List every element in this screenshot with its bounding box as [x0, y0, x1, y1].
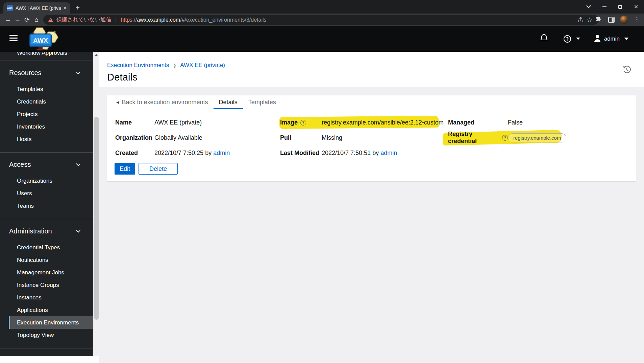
toolbar-right-icons: ⋮ — [594, 14, 641, 26]
browser-titlebar: AWX AWX | AWX EE (private) ✕ + ✕ — [0, 0, 644, 14]
chevron-down-icon — [76, 162, 80, 166]
nav-toggle-icon[interactable] — [9, 35, 18, 43]
scrollbar-thumb[interactable] — [94, 117, 99, 320]
sidebar-item-workflow-approvals[interactable]: Workflow Approvals — [0, 52, 93, 61]
sidebar-item-teams[interactable]: Teams — [0, 200, 93, 212]
sidebar-group-access[interactable]: Access — [0, 153, 93, 175]
tab-close-icon[interactable]: ✕ — [63, 5, 67, 11]
sidebar-item-applications[interactable]: Applications — [0, 304, 93, 316]
organization-label: Organization — [115, 133, 154, 143]
url-scheme-separator: :// — [132, 17, 137, 23]
details-list: Name AWX EE (private) Image ? registry.e… — [115, 117, 636, 158]
user-icon — [594, 34, 601, 44]
last-modified-label: Last Modified — [280, 148, 322, 158]
scroll-up-arrow-icon[interactable] — [95, 54, 98, 56]
sidebar-item-users[interactable]: Users — [0, 187, 93, 200]
sidebar-item-topology-view[interactable]: Topology View — [0, 329, 93, 341]
new-tab-button[interactable]: + — [73, 3, 82, 13]
browser-tab[interactable]: AWX AWX | AWX EE (private) ✕ — [3, 2, 70, 14]
sidebar-group-settings[interactable]: Settings — [0, 348, 93, 356]
last-modified-value: 2022/10/7 7:50:51 by admin — [322, 148, 448, 158]
profile-avatar[interactable] — [620, 16, 628, 24]
breadcrumb-execution-environments[interactable]: Execution Environments — [107, 62, 169, 69]
sidebar-item-notifications[interactable]: Notifications — [0, 254, 93, 266]
extensions-puzzle-icon[interactable] — [594, 15, 602, 24]
back-icon[interactable]: ← — [3, 14, 13, 26]
reload-icon[interactable]: ⟳ — [22, 14, 32, 26]
forward-icon[interactable]: → — [13, 14, 22, 26]
minimize-button[interactable] — [596, 0, 612, 14]
not-secure-warning-icon[interactable] — [48, 18, 53, 22]
not-secure-label[interactable]: 保護されていない通信 — [56, 16, 111, 23]
masthead-actions: ? admin — [540, 26, 628, 52]
name-value: AWX EE (private) — [154, 117, 280, 128]
breadcrumb-separator-icon: ❯ — [173, 63, 176, 68]
help-caret-down-icon[interactable] — [576, 38, 580, 40]
main-content: Execution Environments ❯ AWX EE (private… — [99, 52, 644, 363]
managed-label: Managed — [448, 117, 508, 128]
created-by-link[interactable]: admin — [213, 150, 230, 157]
registry-credential-value: registry.example.com — [508, 133, 636, 143]
url-divider: | — [115, 17, 117, 23]
awx-favicon: AWX — [7, 5, 13, 11]
sidebar-item-projects[interactable]: Projects — [0, 108, 93, 120]
delete-button[interactable]: Delete — [139, 163, 178, 175]
sidebar-group-administration[interactable]: Administration — [0, 219, 93, 241]
address-bar[interactable]: 保護されていない通信 | https :// awx.example.com /… — [43, 15, 599, 25]
image-help-icon[interactable]: ? — [300, 120, 306, 126]
sidebar-group-resources[interactable]: Resources — [0, 61, 93, 83]
sidebar-scrollbar[interactable] — [93, 52, 99, 361]
chevron-down-icon — [76, 70, 80, 74]
sidebar-item-credential-types[interactable]: Credential Types — [0, 241, 93, 254]
share-icon[interactable] — [576, 16, 585, 24]
registry-credential-chip[interactable]: registry.example.com — [508, 133, 566, 142]
sidebar-item-management-jobs[interactable]: Management Jobs — [0, 266, 93, 279]
url-scheme: https — [121, 17, 132, 23]
pull-value: Missing — [322, 133, 448, 143]
created-value: 2022/10/7 7:50:25 by admin — [154, 148, 280, 158]
name-label: Name — [115, 117, 154, 128]
created-label: Created — [115, 148, 154, 158]
sidebar-item-instances[interactable]: Instances — [0, 291, 93, 304]
browser-tab-title: AWX | AWX EE (private) — [16, 5, 61, 11]
sidebar-item-execution-environments[interactable]: Execution Environments — [9, 316, 93, 329]
organization-value: Globally Available — [154, 133, 280, 143]
edit-button[interactable]: Edit — [115, 163, 135, 175]
sidebar-item-templates[interactable]: Templates — [0, 83, 93, 95]
managed-value: False — [508, 117, 636, 128]
sidebar-nav: Workflow Approvals Resources Templates C… — [0, 52, 93, 356]
notifications-bell-icon[interactable] — [540, 34, 548, 44]
browser-menu-icon[interactable]: ⋮ — [633, 15, 641, 24]
url-path: /#/execution_environments/3/details — [180, 17, 576, 23]
sidebar-item-instance-groups[interactable]: Instance Groups — [0, 279, 93, 291]
registry-credential-help-icon[interactable]: ? — [502, 135, 508, 141]
bookmark-star-icon[interactable]: ☆ — [585, 16, 594, 24]
maximize-button[interactable] — [612, 0, 628, 14]
sidebar-item-inventories[interactable]: Inventories — [0, 120, 93, 133]
home-icon[interactable]: ⌂ — [32, 14, 41, 26]
awx-logo[interactable]: AWX — [24, 26, 61, 53]
breadcrumb-current[interactable]: AWX EE (private) — [180, 62, 225, 69]
registry-credential-label: Registry credential ? — [448, 133, 508, 143]
modified-by-link[interactable]: admin — [380, 150, 397, 157]
close-window-button[interactable]: ✕ — [628, 0, 644, 14]
url-host: awx.example.com — [137, 17, 180, 23]
history-icon[interactable] — [622, 65, 631, 74]
user-caret-down-icon[interactable] — [624, 38, 628, 40]
sidebar-item-hosts[interactable]: Hosts — [0, 133, 93, 145]
help-icon[interactable]: ? — [564, 35, 571, 43]
action-buttons: Edit Delete — [115, 163, 636, 175]
side-panel-icon[interactable] — [607, 15, 616, 24]
window-controls: ✕ — [580, 0, 644, 14]
sidebar-item-organizations[interactable]: Organizations — [0, 175, 93, 187]
tab-details[interactable]: Details — [214, 95, 243, 109]
current-user-label[interactable]: admin — [604, 36, 620, 42]
tab-templates[interactable]: Templates — [243, 95, 281, 109]
image-value: registry.example.com/ansible/ee:2.12-cus… — [322, 117, 448, 128]
page-title: Details — [107, 72, 636, 83]
sidebar-item-credentials[interactable]: Credentials — [0, 95, 93, 108]
svg-text:AWX: AWX — [33, 37, 48, 44]
tab-search-icon[interactable] — [580, 0, 596, 14]
details-card: ◀ Back to execution environments Details… — [107, 95, 636, 181]
tab-back-to-execution-environments[interactable]: ◀ Back to execution environments — [111, 95, 214, 109]
